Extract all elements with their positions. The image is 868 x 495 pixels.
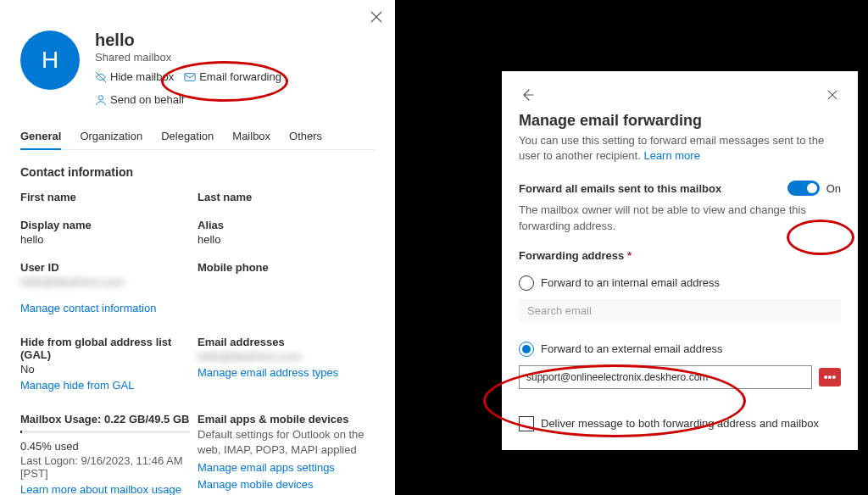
toggle-state-text: On: [826, 182, 841, 195]
name-row: First name Last name: [20, 191, 375, 203]
radio-dot: [522, 345, 531, 353]
mail-icon: [184, 71, 196, 83]
eye-off-icon: [95, 71, 107, 83]
forwarding-address-label: Forwarding address *: [519, 249, 841, 262]
last-logon: Last Logon: 9/16/2023, 11:46 AM [PST]: [20, 454, 198, 480]
internal-radio[interactable]: [519, 275, 534, 291]
add-email-button[interactable]: •••: [819, 368, 841, 387]
tab-mailbox[interactable]: Mailbox: [232, 130, 270, 149]
email-forwarding-label: Email forwarding: [199, 70, 281, 83]
back-button[interactable]: [519, 86, 536, 103]
more-icon: •••: [824, 371, 837, 383]
avatar: H: [20, 31, 80, 90]
tab-others[interactable]: Others: [289, 130, 322, 149]
send-on-behalf-label: Send on behalf: [110, 93, 184, 106]
mailbox-header: H hello Shared mailbox Hide mailbox Emai…: [20, 31, 375, 106]
user-id-label: User ID: [20, 261, 198, 274]
panel-subtitle: You can use this setting to forward emai…: [519, 133, 841, 164]
tab-bar: General Organization Delegation Mailbox …: [20, 130, 375, 150]
header-info: hello Shared mailbox Hide mailbox Email …: [95, 31, 375, 106]
learn-more-usage-link[interactable]: Learn more about mailbox usage: [20, 483, 181, 495]
manage-email-types-link[interactable]: Manage email address types: [198, 366, 338, 379]
internal-radio-row[interactable]: Forward to an internal email address: [519, 275, 841, 291]
mobile-phone-label: Mobile phone: [198, 261, 375, 274]
hide-mailbox-action[interactable]: Hide mailbox: [95, 70, 174, 83]
person-icon: [95, 94, 107, 106]
usage-progress-fill: [20, 431, 22, 433]
panel-title: Manage email forwarding: [519, 112, 841, 130]
forward-all-toggle-row: Forward all emails sent to this mailbox …: [519, 181, 841, 196]
manage-mobile-link[interactable]: Manage mobile devices: [198, 478, 375, 491]
manage-gal-link[interactable]: Manage hide from GAL: [20, 379, 134, 392]
display-name-value: hello: [20, 233, 198, 246]
forwarding-address-text: Forwarding address: [519, 249, 627, 262]
learn-more-link[interactable]: Learn more: [643, 148, 699, 164]
display-alias-row: Display name hello Alias hello: [20, 219, 375, 246]
tab-general[interactable]: General: [20, 130, 61, 149]
deliver-both-label: Deliver message to both forwarding addre…: [541, 417, 819, 430]
external-radio[interactable]: [519, 342, 534, 357]
hide-mailbox-label: Hide mailbox: [110, 70, 174, 83]
panel-close-button[interactable]: [824, 86, 841, 103]
contact-info-title: Contact information: [20, 165, 375, 179]
actions-row: Hide mailbox Email forwarding Send on be…: [95, 70, 375, 106]
userid-mobile-row: User ID hello@deskhero.com Mobile phone: [20, 261, 375, 288]
manage-contact-link[interactable]: Manage contact information: [20, 302, 156, 314]
tab-organization[interactable]: Organization: [80, 130, 142, 149]
email-addresses-label: Email addresses: [198, 336, 375, 348]
deliver-both-row[interactable]: Deliver message to both forwarding addre…: [519, 416, 841, 431]
close-icon: [370, 11, 382, 23]
email-forwarding-panel: Manage email forwarding You can use this…: [502, 71, 858, 450]
internal-radio-label: Forward to an internal email address: [541, 276, 720, 289]
send-on-behalf-action[interactable]: Send on behalf: [95, 93, 184, 106]
toggle-knob: [807, 183, 817, 193]
owner-note: The mailbox owner will not be able to vi…: [519, 203, 841, 233]
user-id-value: hello@deskhero.com: [20, 275, 198, 288]
email-addresses-value: hello@deskhero.com: [198, 350, 375, 363]
gal-label: Hide from global address list (GAL): [20, 336, 198, 361]
alias-value: hello: [198, 233, 375, 246]
forward-all-toggle[interactable]: [787, 181, 820, 196]
internal-search-input[interactable]: Search email: [519, 299, 841, 323]
mailbox-name: hello: [95, 31, 375, 50]
panel-header-row: [519, 86, 841, 103]
forward-all-label: Forward all emails sent to this mailbox: [519, 182, 721, 195]
external-input-row: •••: [519, 365, 841, 389]
arrow-left-icon: [520, 88, 534, 102]
svg-rect-0: [185, 73, 195, 81]
close-panel-button[interactable]: [366, 7, 387, 27]
toggle-group: On: [787, 181, 841, 196]
avatar-letter: H: [42, 47, 58, 74]
external-radio-row[interactable]: Forward to an external email address: [519, 342, 841, 357]
svg-point-1: [98, 95, 103, 99]
gal-value: No: [20, 363, 198, 375]
usage-percent: 0.45% used: [20, 440, 198, 453]
usage-progress-bar: [20, 431, 190, 433]
email-apps-desc: Default settings for Outlook on the web,…: [198, 427, 375, 458]
display-name-label: Display name: [20, 219, 198, 231]
usage-apps-row: Mailbox Usage: 0.22 GB/49.5 GB 0.45% use…: [20, 413, 375, 495]
external-radio-label: Forward to an external email address: [541, 342, 723, 355]
last-name-label: Last name: [198, 191, 375, 203]
gal-email-row: Hide from global address list (GAL) No M…: [20, 336, 375, 392]
first-name-label: First name: [20, 191, 198, 203]
required-asterisk: *: [627, 249, 632, 262]
mailbox-detail-panel: H hello Shared mailbox Hide mailbox Emai…: [0, 0, 395, 495]
external-email-input[interactable]: [519, 365, 812, 389]
mailbox-usage-label: Mailbox Usage: 0.22 GB/49.5 GB: [20, 413, 198, 425]
email-apps-label: Email apps & mobile devices: [198, 413, 375, 425]
manage-email-apps-link[interactable]: Manage email apps settings: [198, 461, 335, 474]
email-forwarding-action[interactable]: Email forwarding: [184, 70, 281, 83]
tab-delegation[interactable]: Delegation: [161, 130, 214, 149]
mailbox-type: Shared mailbox: [95, 51, 375, 64]
alias-label: Alias: [198, 219, 375, 231]
deliver-both-checkbox[interactable]: [519, 416, 534, 431]
close-icon: [827, 90, 837, 100]
